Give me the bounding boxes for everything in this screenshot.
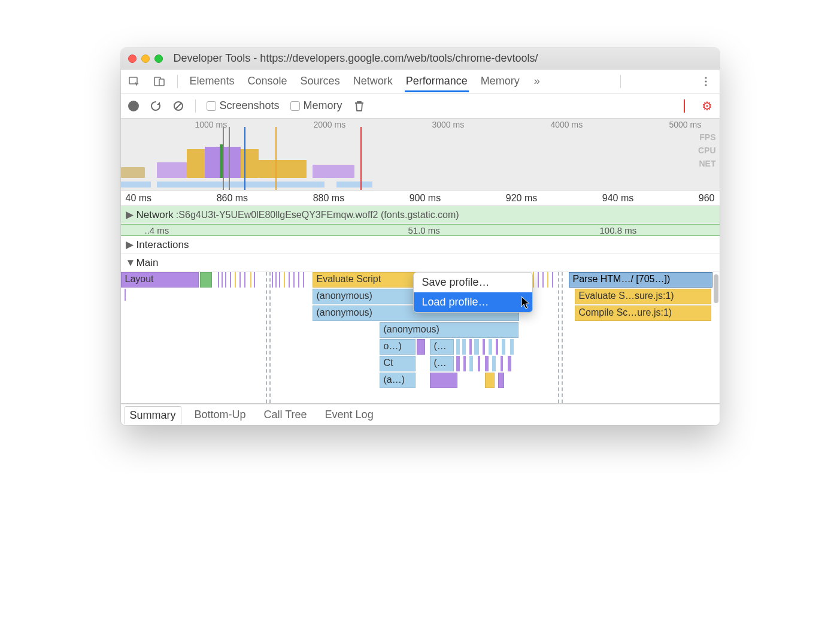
flame-bar-layout[interactable]: Layout: [121, 272, 199, 288]
screenshots-checkbox[interactable]: Screenshots: [207, 99, 280, 112]
svg-rect-2: [159, 79, 164, 86]
network-detail: :S6g4U3t-Y5UEw0lE80llgEseQY3FEmqw.woff2 …: [176, 210, 459, 220]
scrollbar-thumb[interactable]: [714, 274, 718, 303]
frame-time: 51.0 ms: [408, 225, 440, 235]
flame-bar[interactable]: [485, 373, 495, 388]
frame-divider: [266, 272, 267, 403]
reload-icon[interactable]: [150, 100, 162, 112]
tab-sources[interactable]: Sources: [299, 70, 341, 92]
memory-checkbox[interactable]: Memory: [290, 99, 342, 112]
more-options-icon[interactable]: [699, 74, 713, 89]
tab-bottom-up[interactable]: Bottom-Up: [190, 406, 251, 424]
flame-chart[interactable]: Layout Evaluate Script Parse HTM…/ [705……: [121, 272, 720, 404]
overview-tick: 4000 ms: [551, 120, 583, 129]
flame-bar[interactable]: [200, 272, 212, 288]
overview-cpu-graph: [121, 144, 684, 178]
flame-stripes[interactable]: [533, 272, 557, 288]
minimize-window-button[interactable]: [141, 55, 150, 63]
flame-bar-compile-s[interactable]: Compile Sc…ure.js:1): [575, 306, 711, 321]
ruler-tick: 880 ms: [313, 193, 344, 204]
svg-point-4: [705, 80, 707, 82]
scrollbar[interactable]: [712, 272, 720, 403]
flame-stripes[interactable]: [217, 272, 260, 288]
ruler-tick: 900 ms: [410, 193, 441, 204]
flame-bar-evaluate-s[interactable]: Evaluate S…sure.js:1): [575, 289, 711, 304]
tab-performance[interactable]: Performance: [405, 70, 469, 92]
overview-right-labels: FPS CPU NET: [698, 131, 716, 170]
svg-point-3: [705, 77, 707, 78]
frame-time: 100.8 ms: [600, 225, 637, 235]
tab-summary[interactable]: Summary: [125, 406, 181, 424]
flame-bar[interactable]: [417, 339, 425, 355]
tab-call-tree[interactable]: Call Tree: [259, 406, 312, 424]
ruler-tick: 40 ms: [126, 193, 152, 204]
main-label: Main: [137, 257, 159, 269]
inspect-element-icon[interactable]: [127, 74, 141, 89]
performance-toolbar: Screenshots Memory ⚙: [121, 93, 720, 119]
overview-tick: 2000 ms: [314, 120, 346, 129]
network-track-header[interactable]: ▶ Network :S6g4U3t-Y5UEw0lE80llgEseQY3FE…: [121, 206, 720, 224]
separator: [620, 75, 621, 88]
devtools-window: Developer Tools - https://developers.goo…: [121, 48, 720, 425]
overview-tick: 3000 ms: [432, 120, 465, 129]
flame-bar-a[interactable]: (a…): [380, 373, 416, 388]
timeline-overview[interactable]: 1000 ms 2000 ms 3000 ms 4000 ms 5000 ms …: [121, 119, 720, 190]
main-track-header[interactable]: ▼ Main: [121, 254, 720, 272]
close-window-button[interactable]: [128, 55, 137, 63]
svg-line-7: [175, 103, 181, 109]
screenshots-label: Screenshots: [220, 99, 280, 112]
track-list: ▶ Network :S6g4U3t-Y5UEw0lE80llgEseQY3FE…: [121, 206, 720, 272]
expand-icon: ▶: [126, 208, 134, 221]
separator: [195, 99, 196, 113]
checkbox-box: [207, 101, 216, 111]
flame-stripes[interactable]: [272, 272, 310, 288]
flame-bar-ct[interactable]: Ct: [380, 356, 416, 371]
timeline-ruler[interactable]: 40 ms 860 ms 880 ms 900 ms 920 ms 940 ms…: [121, 190, 720, 206]
clear-icon[interactable]: [172, 100, 184, 112]
device-toolbar-icon[interactable]: [152, 74, 166, 89]
fps-label: FPS: [698, 131, 716, 144]
context-menu-load-profile[interactable]: Load profile…: [414, 292, 532, 312]
flame-stripes[interactable]: [456, 339, 518, 355]
svg-point-5: [705, 84, 707, 86]
checkbox-box: [290, 101, 300, 111]
frames-track[interactable]: ..4 ms 51.0 ms 100.8 ms: [121, 224, 720, 236]
traffic-lights: [128, 55, 163, 63]
tab-network[interactable]: Network: [352, 70, 394, 92]
separator: [177, 75, 178, 88]
collapse-icon: ▼: [126, 257, 134, 269]
frame-divider: [562, 272, 563, 403]
memory-label: Memory: [304, 99, 342, 112]
flame-bar-parse-html[interactable]: Parse HTM…/ [705…]): [569, 272, 712, 288]
flame-bar[interactable]: [498, 373, 504, 388]
overview-handle-left[interactable]: [223, 127, 224, 190]
flame-stripes[interactable]: [456, 356, 518, 371]
network-label: Network: [137, 209, 174, 221]
tab-console[interactable]: Console: [247, 70, 289, 92]
tab-event-log[interactable]: Event Log: [320, 406, 378, 424]
titlebar: Developer Tools - https://developers.goo…: [121, 48, 720, 69]
overview-net-strip: [121, 182, 684, 187]
flame-bar[interactable]: [430, 373, 457, 388]
flame-bar-paren[interactable]: (…: [430, 339, 454, 355]
tabs-overflow-button[interactable]: »: [532, 75, 542, 87]
overview-tick: 5000 ms: [669, 120, 702, 129]
tab-memory[interactable]: Memory: [480, 70, 521, 92]
flame-bar-o[interactable]: o…): [380, 339, 416, 355]
flame-bar-paren[interactable]: (…: [430, 356, 454, 371]
zoom-window-button[interactable]: [154, 55, 163, 63]
settings-gear-icon[interactable]: ⚙: [702, 99, 712, 113]
overview-handle-right[interactable]: [229, 127, 230, 190]
interactions-track-header[interactable]: ▶ Interactions: [121, 236, 720, 254]
net-label: NET: [698, 157, 716, 170]
trash-icon[interactable]: [353, 100, 365, 112]
expand-icon: ▶: [126, 238, 134, 251]
context-menu-save-profile[interactable]: Save profile…: [414, 273, 532, 292]
ruler-tick: 940 ms: [602, 193, 633, 204]
main-tabs: Elements Console Sources Network Perform…: [121, 69, 720, 93]
tab-elements[interactable]: Elements: [189, 70, 236, 92]
flame-bar-anon[interactable]: (anonymous): [380, 322, 518, 338]
flame-sliver[interactable]: [125, 289, 126, 301]
ruler-tick: 920 ms: [506, 193, 537, 204]
record-button[interactable]: [128, 101, 139, 111]
